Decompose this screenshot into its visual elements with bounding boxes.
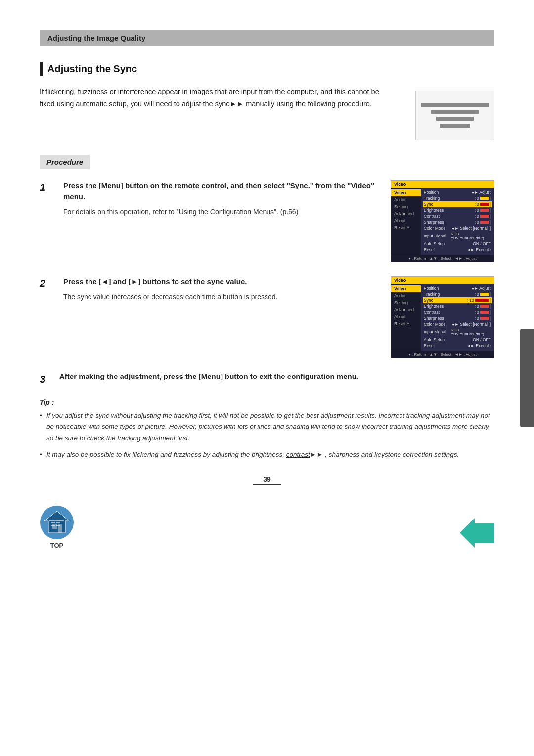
back-arrow-icon bbox=[460, 518, 494, 548]
menu1-left-reset: Reset All bbox=[391, 224, 421, 231]
menu1-row-reset: Reset●► Execute bbox=[423, 247, 492, 253]
procedure-box: Procedure bbox=[40, 155, 90, 169]
menu1-left-audio: Audio bbox=[391, 196, 421, 203]
menu2-left-reset: Reset All bbox=[391, 320, 421, 327]
menu2-row-inputsignal: Input SignalRGB YUV(YCbCr/YPbPr) bbox=[423, 327, 492, 337]
top-button[interactable]: TOP bbox=[40, 505, 74, 549]
menu1-row-position: Position●► Adjust bbox=[423, 189, 492, 195]
sync-line-4 bbox=[440, 124, 470, 128]
house-icon bbox=[40, 505, 74, 540]
section-header-text: Adjusting the Image Quality bbox=[47, 34, 145, 42]
svg-rect-5 bbox=[51, 522, 55, 523]
step-2-desc: The sync value increases or decreases ea… bbox=[63, 291, 379, 303]
menu2-inner: Video Audio Setting Advanced About Reset… bbox=[391, 284, 494, 351]
menu1-row-sharpness: Sharpness : 0 | bbox=[423, 219, 492, 225]
menu1-row-brightness: Brightness : 0 | bbox=[423, 207, 492, 213]
step-2: 2 Press the [◄] and [►] buttons to set t… bbox=[40, 276, 494, 358]
step-1-content: Press the [Menu] button on the remote co… bbox=[63, 180, 379, 218]
page-wrapper: Adjusting the Image Quality Adjusting th… bbox=[0, 0, 534, 756]
menu1-row-contrast: Contrast : 0 | bbox=[423, 213, 492, 219]
menu1-row-autosetup: Auto Setup: ON / OFF bbox=[423, 241, 492, 247]
title-bar-decoration bbox=[40, 62, 43, 76]
step-1-title: Press the [Menu] button on the remote co… bbox=[63, 180, 379, 202]
section-header-bar: Adjusting the Image Quality bbox=[40, 30, 494, 46]
menu2-row-sync: Sync : 10 | bbox=[423, 297, 492, 303]
procedure-label: Procedure bbox=[46, 158, 83, 166]
menu2-left-advanced: Advanced bbox=[391, 306, 421, 313]
menu1-top-bar: Video bbox=[391, 181, 494, 188]
tip-label: Tip : bbox=[40, 398, 494, 406]
menu2-row-tracking: Tracking : 0 | bbox=[423, 291, 492, 297]
tip-section: Tip : If you adjust the sync without adj… bbox=[40, 398, 494, 461]
page-number-section: 39 bbox=[40, 475, 494, 485]
menu1-inner: Video Audio Setting Advanced About Reset… bbox=[391, 188, 494, 255]
tip-text-1: If you adjust the sync without adjusting… bbox=[40, 410, 494, 444]
step-1-row: Press the [Menu] button on the remote co… bbox=[63, 180, 494, 262]
menu2-right: Position●► Adjust Tracking : 0 | Sync : … bbox=[421, 284, 494, 351]
page-number: 39 bbox=[253, 475, 281, 485]
menu1-right: Position●► Adjust Tracking : 0 | Sync : … bbox=[421, 188, 494, 255]
menu1-row-tracking: Tracking : 0 | bbox=[423, 195, 492, 201]
menu1-row-sync: Sync : 0 | bbox=[423, 201, 492, 207]
menu1-left-setting: Setting bbox=[391, 203, 421, 210]
step-3: 3 After making the adjustment, press the… bbox=[40, 372, 494, 386]
step-1-number: 1 bbox=[40, 180, 51, 194]
menu2-left-audio: Audio bbox=[391, 292, 421, 299]
sync-line-1 bbox=[421, 103, 489, 107]
menu1-row-inputsignal: Input SignalRGB YUV(YCbCr/YPbPr) bbox=[423, 231, 492, 241]
step-2-number: 2 bbox=[40, 276, 51, 290]
sync-visual bbox=[415, 91, 494, 140]
intro-image bbox=[415, 91, 494, 140]
menu2-row-autosetup: Auto Setup: ON / OFF bbox=[423, 337, 492, 343]
menu1-left-about: About bbox=[391, 217, 421, 224]
menu2-row-sharpness: Sharpness : 0 | bbox=[423, 315, 492, 321]
menu2-left-setting: Setting bbox=[391, 299, 421, 306]
menu2-row-position: Position●► Adjust bbox=[423, 285, 492, 291]
svg-rect-8 bbox=[56, 525, 60, 526]
menu-screenshot-1: Video Video Audio Setting Advanced About… bbox=[391, 180, 494, 262]
intro-section: If flickering, fuzziness or interference… bbox=[40, 86, 494, 140]
step-3-number: 3 bbox=[40, 372, 51, 386]
footer-icons: TOP bbox=[40, 505, 494, 549]
step-2-title: Press the [◄] and [►] buttons to set the… bbox=[63, 276, 379, 287]
back-button[interactable] bbox=[460, 518, 494, 549]
right-decoration-bar bbox=[520, 329, 534, 427]
tip-text-2: It may also be possible to fix flickerin… bbox=[40, 449, 494, 461]
svg-rect-7 bbox=[51, 525, 55, 526]
menu-screenshot-2: Video Video Audio Setting Advanced About… bbox=[391, 276, 494, 358]
svg-rect-6 bbox=[56, 522, 60, 523]
step-1-desc: For details on this operation, refer to … bbox=[63, 206, 379, 218]
menu2-row-contrast: Contrast : 0 | bbox=[423, 309, 492, 315]
menu2-left-about: About bbox=[391, 313, 421, 320]
menu1-bottom-bar: ● : Return ▲▼ : Select ◄► : Adjust bbox=[391, 255, 494, 262]
sync-line-3 bbox=[436, 117, 474, 121]
svg-rect-4 bbox=[49, 520, 64, 521]
step-1: 1 Press the [Menu] button on the remote … bbox=[40, 180, 494, 262]
svg-marker-9 bbox=[460, 518, 494, 548]
step-2-row: Press the [◄] and [►] buttons to set the… bbox=[63, 276, 494, 358]
menu1-left-advanced: Advanced bbox=[391, 210, 421, 217]
section-title: Adjusting the Sync bbox=[40, 62, 494, 76]
menu2-row-reset: Reset●► Execute bbox=[423, 343, 492, 349]
contrast-link[interactable]: contrast bbox=[286, 451, 310, 458]
page-title: Adjusting the Sync bbox=[47, 63, 137, 75]
menu1-left-video: Video bbox=[391, 189, 421, 196]
menu2-left-video: Video bbox=[391, 285, 421, 292]
menu2-row-colormode: Color Mode●► Select [Normal ] bbox=[423, 321, 492, 327]
intro-text: If flickering, fuzziness or interference… bbox=[40, 86, 396, 110]
menu2-row-brightness: Brightness : 0 | bbox=[423, 303, 492, 309]
sync-link[interactable]: sync bbox=[215, 100, 230, 108]
step-2-content: Press the [◄] and [►] buttons to set the… bbox=[63, 276, 379, 303]
menu2-bottom-bar: ● : Return ▲▼ : Select ◄► : Adjust bbox=[391, 351, 494, 358]
menu1-row-colormode: Color Mode●► Select [Normal ] bbox=[423, 225, 492, 231]
menu1-left: Video Audio Setting Advanced About Reset… bbox=[391, 188, 421, 255]
step-3-title: After making the adjustment, press the [… bbox=[59, 372, 358, 380]
menu2-left: Video Audio Setting Advanced About Reset… bbox=[391, 284, 421, 351]
menu2-top-bar: Video bbox=[391, 277, 494, 284]
sync-line-2 bbox=[431, 110, 479, 114]
top-label: TOP bbox=[50, 542, 64, 549]
